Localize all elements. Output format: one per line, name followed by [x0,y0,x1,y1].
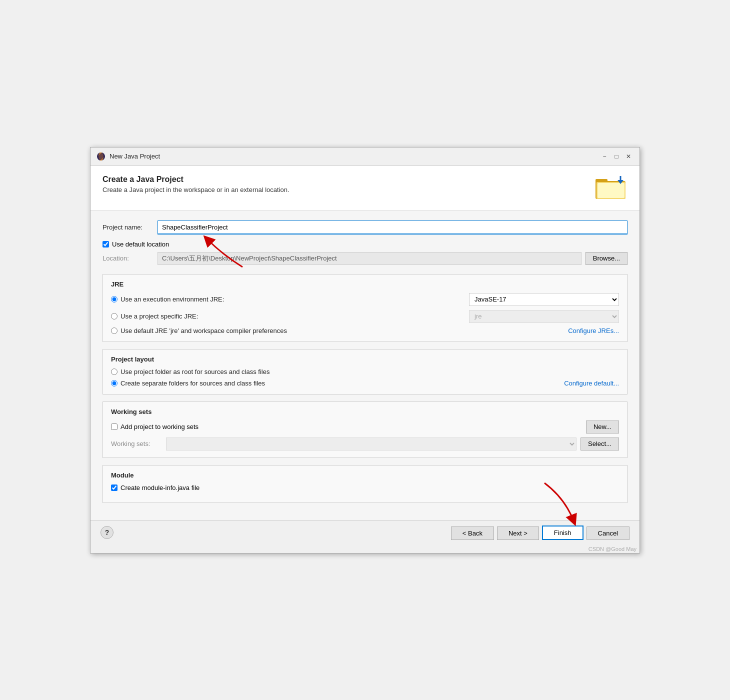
svg-rect-6 [598,183,624,198]
title-bar-controls: − □ ✕ [600,152,634,162]
jre-section-title: JRE [111,280,619,288]
project-name-section: Project name: [102,220,628,234]
working-sets-title: Working sets [111,408,619,416]
eclipse-icon [96,152,106,161]
use-default-location-checkbox[interactable] [102,241,109,248]
jre-execution-env-select[interactable]: JavaSE-17 [469,293,619,306]
jre-option2-row: Use a project specific JRE: jre [111,310,619,323]
help-button[interactable]: ? [100,526,114,539]
working-sets-section: Working sets Add project to working sets… [102,402,628,458]
jre-option1-radio[interactable] [111,296,118,302]
location-label: Location: [102,254,158,262]
location-input[interactable] [158,252,582,265]
jre-section: JRE Use an execution environment JRE: Ja… [102,274,628,342]
add-to-working-sets-row: Add project to working sets [111,423,586,430]
dialog-subtitle: Create a Java project in the workspace o… [102,186,290,194]
maximize-button[interactable]: □ [612,152,622,162]
window-title: New Java Project [110,152,160,160]
project-name-row: Project name: [102,220,628,234]
project-name-input[interactable] [158,220,628,234]
layout-option1-row: Use project folder as root for sources a… [111,368,619,376]
dialog-header: Create a Java Project Create a Java proj… [90,166,640,210]
next-button[interactable]: Next > [497,526,539,540]
layout-option2-label[interactable]: Create separate folders for sources and … [120,380,265,387]
minimize-button[interactable]: − [600,152,610,162]
footer-buttons: < Back Next > Finish Cancel [451,526,630,540]
jre-option2-label[interactable]: Use a project specific JRE: [120,312,198,320]
layout-option2-radio[interactable] [111,380,118,386]
select-working-set-button[interactable]: Select... [580,438,619,450]
close-button[interactable]: ✕ [624,152,634,162]
dialog-header-text: Create a Java Project Create a Java proj… [102,175,290,194]
finish-button[interactable]: Finish [542,526,584,540]
add-to-working-sets-label[interactable]: Add project to working sets [120,423,198,430]
create-module-info-row: Create module-info.java file [111,484,619,492]
project-layout-title: Project layout [111,356,619,363]
jre-specific-select: jre [469,310,619,323]
browse-button[interactable]: Browse... [586,252,628,265]
footer-left: ? [100,526,114,539]
title-bar: New Java Project − □ ✕ [90,148,640,166]
cancel-button[interactable]: Cancel [586,526,630,540]
location-row: Location: Browse... [102,252,628,265]
layout-option2-row: Create separate folders for sources and … [111,380,619,387]
jre-option3-row: Use default JRE 'jre' and workspace comp… [111,327,619,334]
working-sets-select [166,438,576,450]
configure-jres-link[interactable]: Configure JREs... [568,327,619,334]
dialog-footer: ? < Back Next > Finish Cancel [90,520,640,545]
jre-option1-label[interactable]: Use an execution environment JRE: [120,296,224,303]
layout-option1-label[interactable]: Use project folder as root for sources a… [120,368,270,376]
working-sets-label: Working sets: [111,440,166,448]
dialog-body: Project name: Use default location Locat… [90,210,640,520]
jre-option2-radio[interactable] [111,313,118,320]
watermark: CSDN @Good May [90,545,640,553]
project-layout-section: Project layout Use project folder as roo… [102,349,628,394]
working-sets-row: Working sets: Select... [111,438,619,450]
jre-option3-label[interactable]: Use default JRE 'jre' and workspace comp… [120,327,287,334]
add-to-working-sets-checkbox[interactable] [111,424,118,430]
create-module-info-checkbox[interactable] [111,484,118,491]
layout-option1-radio[interactable] [111,368,118,375]
project-name-label: Project name: [102,224,158,231]
dialog-title: Create a Java Project [102,175,290,184]
back-button[interactable]: < Back [451,526,494,540]
title-bar-left: New Java Project [96,152,160,161]
module-section: Module Create module-info.java file [102,465,628,503]
folder-icon [596,175,628,201]
jre-option1-row: Use an execution environment JRE: JavaSE… [111,293,619,306]
configure-default-link[interactable]: Configure default... [564,380,619,387]
new-java-project-window: New Java Project − □ ✕ Create a Java Pro… [90,147,640,554]
jre-option3-radio[interactable] [111,328,118,334]
new-working-set-button[interactable]: New... [586,420,619,434]
use-default-location-row: Use default location [102,240,628,248]
module-title: Module [111,472,619,479]
use-default-location-label[interactable]: Use default location [112,240,169,248]
create-module-info-label[interactable]: Create module-info.java file [120,484,200,492]
